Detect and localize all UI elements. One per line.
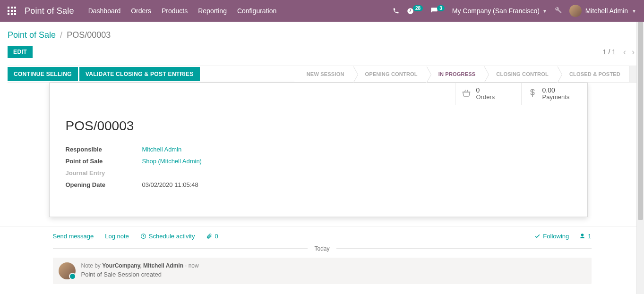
date-separator: Today [53,245,592,252]
label-journal-entry: Journal Entry [66,169,137,176]
following-button[interactable]: Following [534,233,569,240]
stat-orders[interactable]: 0 Orders [455,83,521,105]
svg-rect-7 [11,13,13,15]
message-body: Point of Sale Session created [81,271,199,278]
user-icon [579,233,585,239]
control-panel: Point of Sale / POS/00003 EDIT 1 / 1 ‹ ›… [0,22,644,83]
status-closed-posted[interactable]: CLOSED & POSTED [557,66,629,82]
activities-badge: 28 [413,5,423,11]
discuss-icon[interactable]: 3 [430,7,445,15]
breadcrumb-root[interactable]: Point of Sale [8,30,56,40]
user-name: Mitchell Admin [585,7,628,15]
form-sheet: 0 Orders 0.00 Payments POS/00003 Respons… [49,83,588,217]
company-switcher[interactable]: My Company (San Francisco) ▼ [452,7,547,15]
label-opening-date: Opening Date [66,181,137,188]
value-point-of-sale[interactable]: Shop (Mitchell Admin) [142,158,202,165]
paperclip-icon [206,233,212,239]
scrollbar-gutter [629,66,636,82]
message-note: Note by YourCompany, Mitchell Admin - no… [53,258,592,284]
validate-closing-button[interactable]: VALIDATE CLOSING & POST ENTRIES [79,67,200,81]
navbar-right: 28 3 My Company (San Francisco) ▼ Mitche… [393,5,636,17]
label-point-of-sale: Point of Sale [66,158,137,165]
stat-orders-value: 0 [476,87,495,94]
stat-orders-label: Orders [476,94,495,101]
page-scrollbar[interactable] [636,22,644,284]
status-opening-control[interactable]: OPENING CONTROL [353,66,426,82]
menu-orders[interactable]: Orders [131,7,151,15]
app-menu: Dashboard Orders Products Reporting Conf… [88,7,277,15]
continue-selling-button[interactable]: CONTINUE SELLING [8,67,78,81]
apps-icon[interactable] [8,7,16,15]
breadcrumb-current: POS/00003 [67,30,111,40]
menu-products[interactable]: Products [162,7,188,15]
value-opening-date: 03/02/2020 11:05:48 [142,181,349,188]
caret-down-icon: ▼ [632,8,636,14]
svg-rect-2 [14,7,16,8]
user-menu[interactable]: Mitchell Admin ▼ [569,5,636,17]
scrollbar-thumb[interactable] [638,22,643,220]
stat-payments[interactable]: 0.00 Payments [521,83,587,105]
svg-rect-5 [14,10,16,12]
dollar-icon [527,88,538,100]
stat-buttons: 0 Orders 0.00 Payments [50,83,587,105]
company-name: My Company (San Francisco) [452,7,540,15]
phone-icon[interactable] [393,8,399,14]
pager-text: 1 / 1 [603,48,616,56]
status-closing-control[interactable]: CLOSING CONTROL [484,66,557,82]
clock-icon [140,233,146,239]
svg-rect-0 [8,7,9,8]
basket-icon [461,88,472,100]
status-in-progress[interactable]: IN PROGRESS [426,66,484,82]
message-header: Note by YourCompany, Mitchell Admin - no… [81,262,199,269]
log-note-button[interactable]: Log note [105,233,129,240]
chatter: Send message Log note Schedule activity … [0,227,644,284]
statusbar: NEW SESSION OPENING CONTROL IN PROGRESS … [294,66,629,82]
svg-rect-1 [11,7,13,8]
check-icon [534,233,541,239]
app-brand[interactable]: Point of Sale [25,6,74,16]
svg-rect-4 [11,10,13,12]
menu-configuration[interactable]: Configuration [237,7,276,15]
menu-dashboard[interactable]: Dashboard [88,7,121,15]
stat-payments-label: Payments [542,94,570,101]
discuss-badge: 3 [437,5,445,11]
followers-count: 1 [588,233,591,240]
debug-icon[interactable] [555,7,562,15]
caret-down-icon: ▼ [542,8,547,14]
breadcrumb: Point of Sale / POS/00003 [8,30,636,40]
status-row: CONTINUE SELLING VALIDATE CLOSING & POST… [8,66,636,83]
label-responsible: Responsible [66,146,137,153]
stat-payments-value: 0.00 [542,87,570,94]
attachments-button[interactable]: 0 [206,233,218,240]
value-responsible[interactable]: Mitchell Admin [142,146,182,153]
following-label: Following [543,233,569,240]
form-fields: Responsible Mitchell Admin Point of Sale… [66,146,349,188]
message-avatar [59,262,76,279]
svg-rect-6 [8,13,9,15]
pager-prev[interactable]: ‹ [621,47,628,57]
pager-next[interactable]: › [630,47,636,57]
attachments-count: 0 [215,233,218,240]
value-journal-entry [142,169,349,176]
edit-button[interactable]: EDIT [8,46,33,58]
send-message-button[interactable]: Send message [53,233,94,240]
avatar [569,5,582,17]
breadcrumb-sep: / [60,30,62,40]
schedule-activity-button[interactable]: Schedule activity [140,233,195,240]
status-new-session[interactable]: NEW SESSION [294,66,353,82]
activities-icon[interactable]: 28 [407,8,423,15]
record-title: POS/00003 [66,118,571,134]
schedule-activity-label: Schedule activity [149,233,195,240]
followers-button[interactable]: 1 [579,233,591,240]
menu-reporting[interactable]: Reporting [198,7,227,15]
pager: 1 / 1 ‹ › [603,47,636,57]
svg-rect-3 [8,10,9,12]
svg-rect-8 [14,13,16,15]
top-navbar: Point of Sale Dashboard Orders Products … [0,0,644,22]
